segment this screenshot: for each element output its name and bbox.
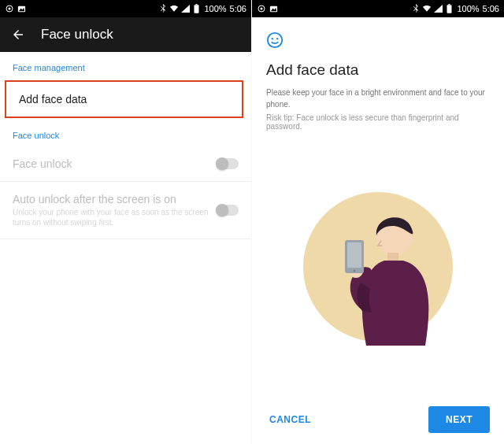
status-bar: 100% 5:06 — [252, 0, 504, 17]
wifi-icon — [422, 4, 432, 13]
svg-point-16 — [276, 38, 278, 39]
signal-icon — [180, 4, 190, 13]
back-icon[interactable] — [11, 28, 25, 42]
next-button[interactable]: NEXT — [428, 406, 490, 433]
svg-rect-12 — [448, 4, 450, 5]
cancel-button[interactable]: CANCEL — [266, 408, 314, 431]
row-label: Face unlock — [13, 157, 217, 170]
svg-rect-23 — [347, 242, 361, 268]
toggle-auto-unlock — [217, 205, 239, 216]
risk-tip: Risk tip: Face unlock is less secure tha… — [266, 113, 490, 131]
bluetooth-icon — [411, 4, 421, 13]
svg-marker-11 — [434, 5, 443, 13]
section-face-management: Face management — [0, 52, 251, 79]
highlight-annotation: Add face data — [5, 80, 243, 118]
svg-rect-6 — [194, 5, 198, 13]
battery-percent: 100% — [457, 4, 479, 13]
svg-point-1 — [9, 8, 11, 10]
smiley-icon — [266, 31, 490, 52]
svg-point-14 — [268, 33, 282, 47]
notification-dot-icon — [257, 4, 266, 13]
notification-dot-icon — [5, 4, 14, 13]
battery-icon — [444, 4, 454, 13]
titlebar: Face unlock — [0, 17, 251, 52]
row-label: Add face data — [19, 93, 229, 105]
clock: 5:06 — [483, 4, 499, 13]
svg-marker-4 — [181, 5, 190, 13]
battery-icon — [191, 4, 201, 13]
page-title: Face unlock — [41, 27, 113, 43]
add-face-content: Add face data Please keep your face in a… — [252, 17, 504, 395]
status-bar: 100% 5:06 — [0, 0, 251, 17]
footer-bar: CANCEL NEXT — [252, 395, 504, 444]
svg-point-19 — [406, 234, 413, 245]
gallery-icon — [17, 4, 26, 13]
left-screenshot: 100% 5:06 Face unlock Face management Ad… — [0, 0, 252, 444]
wifi-icon — [169, 4, 179, 13]
illustration — [266, 131, 490, 395]
settings-content: Face management Add face data Face unloc… — [0, 52, 251, 444]
toggle-face-unlock — [217, 158, 239, 169]
right-screenshot: 100% 5:06 Add face data Please keep your… — [252, 0, 504, 444]
row-add-face-data[interactable]: Add face data — [6, 82, 242, 117]
svg-rect-5 — [195, 4, 197, 5]
row-sublabel: Unlock your phone with your face as soon… — [13, 207, 217, 228]
svg-point-24 — [354, 270, 356, 272]
row-auto-unlock: Auto unlock after the screen is on Unloc… — [0, 182, 251, 239]
add-face-title: Add face data — [266, 61, 490, 79]
svg-point-15 — [272, 38, 273, 39]
svg-rect-13 — [447, 5, 451, 13]
row-face-unlock: Face unlock — [0, 146, 251, 182]
signal-icon — [433, 4, 443, 13]
bluetooth-icon — [158, 4, 168, 13]
svg-point-8 — [261, 8, 263, 10]
gallery-icon — [269, 4, 278, 13]
battery-percent: 100% — [204, 4, 226, 13]
clock: 5:06 — [230, 4, 246, 13]
add-face-instruction: Please keep your face in a bright enviro… — [266, 87, 490, 110]
row-label: Auto unlock after the screen is on — [13, 193, 217, 205]
section-face-unlock: Face unlock — [0, 120, 251, 146]
